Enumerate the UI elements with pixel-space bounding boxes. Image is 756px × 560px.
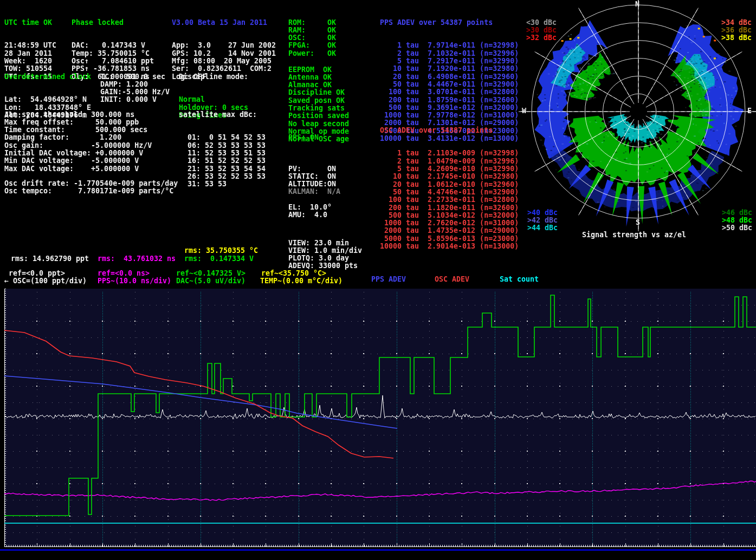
pps-adev-row: 100 tau 3.0701e-011 (n=32800) [380,88,519,96]
gps-status-line: Discipline OK [288,89,349,96]
view-line: VIEW: 23.0 min [288,239,362,247]
dbc-legend-entry: >50 dBc [722,224,752,232]
osc-adev-row: 5 tau 4.2609e-010 (n=32990) [380,165,519,173]
compass-west: W [522,107,526,115]
osc-adev-row: 1000 tau 2.7620e-012 (n=31000) [380,219,519,227]
dbc-legend-top-left: <30 dBc>30 dBc>32 dBc [526,3,557,57]
filter-line: STATIC: ON [288,173,340,180]
osc-adev-row: 100 tau 2.2733e-011 (n=32800) [380,196,519,204]
dbc-legend-entry: >42 dBc [527,217,558,224]
dbc-legend-top-right: >34 dBc>36 dBc>38 dBc [721,3,752,57]
mask-line: AMU: 4.0 [288,211,332,219]
param-line: Max freq offset: 50.000 ppb [4,119,152,126]
rms-temp: rms: 35.750355 °C [184,247,258,255]
utc-line: 21:48:59 UTC [4,42,56,49]
filter-line: PV: ON [288,165,340,173]
rms-osc: rms: 14.962790 ppt [11,255,89,263]
gps-status-line: EEPROM OK [288,66,349,74]
sat-max-dbc-block: satellite max dBc: 01: 0 51 54 52 53 06:… [179,95,266,204]
selftest-line: ROM: OK [288,19,336,27]
version-line: App: 3.0 27 Jun 2002 [172,42,276,49]
dbc-legend-entry: <30 dBc [526,19,557,27]
gps-status-line: No leap second [288,120,349,128]
pps-adev-row: 5 tau 7.2917e-011 (n=32990) [380,57,519,65]
sat-max-row: 26: 53 52 52 53 53 [179,173,266,180]
sat-max-row: 01: 0 51 54 52 53 [179,134,266,141]
dbc-legend-entry: >36 dBc [721,27,752,34]
dbc-legend-entry: >32 dBc [526,34,557,42]
loop-line: DAMP: 1.200 [100,81,170,88]
param-line: Time constant: 500.000 secs [4,126,152,134]
param-line: Damping factor: 1.200 [4,134,152,141]
osc-char-line: Osc tempco: 7.780171e-009 parts/°C [4,187,178,195]
view-line: PLOTQ: 3.0 day [288,255,362,262]
pps-adev-row: 2 tau 7.1032e-011 (n=32996) [380,50,519,57]
rms-dac: rms: 0.147334 V [184,255,254,263]
sat-max-row: 31: 53 53 [179,180,266,188]
osc-adev-row: 500 tau 5.1034e-012 (n=32000) [380,212,519,219]
osc-adev-row: 10 tau 2.1745e-010 (n=32980) [380,173,519,180]
sat-max-title: satellite max dBc: [179,111,266,119]
dbc-legend-entry: >30 dBc [526,27,557,34]
sat-count-legend: Sat count [500,276,539,283]
osc-char-line: Osc drift rate: -1.770540e-009 parts/day [4,180,178,187]
scale-temp: TEMP~(0.00 m°C/div) [260,277,343,285]
rms-pps: rms: 43.761032 ns [98,255,176,263]
dbc-legend-entry: >40 dBc [527,209,558,217]
scale-dac: DAC~(5.0 uV/div) [176,277,245,285]
gps-status-block: EEPROM OKAntenna OKAlmanac OKDiscipline … [288,50,349,159]
sat-max-row: 21: 53 52 53 54 54 [179,165,266,173]
mask-line: EL: 10.0° [288,204,332,211]
pps-adev-row: 20 tau 6.4908e-011 (n=32960) [380,73,519,81]
param-line: Initial DAC voltage: +0.000000 V [4,149,152,157]
sat-max-row: 06: 52 53 53 53 53 [179,142,266,149]
pps-adev-row: 200 tau 1.8759e-011 (n=32600) [380,96,519,104]
dbc-legend-entry: >48 dBc [722,217,752,224]
pps-adev-row: 1 tau 7.9714e-011 (n=32998) [380,42,519,49]
osc-adev-row: 10000 tau 2.9014e-013 (n=13000) [380,243,519,250]
utc-line: 28 Jan 2011 [4,50,56,57]
osc-adev-row: 50 tau 4.4746e-011 (n=32900) [380,188,519,196]
pps-adev-row: 50 tau 4.4467e-011 (n=32900) [380,81,519,88]
dbc-legend-entry: >46 dBc [722,209,752,217]
version-line: GPS: 10.2 14 Nov 2001 [172,50,276,57]
osc-adev-row: 200 tau 1.1820e-011 (n=32600) [380,204,519,212]
version-title: V3.00 Beta 15 Jan 2011 [172,19,276,27]
gps-status-line: Saved posn OK [288,97,349,105]
phase-line: Temp: 35.750015 °C [72,50,154,57]
phase-line: DAC: 0.147343 V [72,42,154,49]
scale-osc: ← OSC=(100 ppt/div) [4,277,87,285]
dbc-legend-entry: >34 dBc [721,19,752,27]
osc-characteristics-block: Osc drift rate: -1.770540e-009 parts/day… [4,164,178,211]
pps-adev-title: PPS ADEV over 54387 points [380,19,519,27]
pps-state: PPS: ON [288,134,319,141]
dbc-legend-entry: >44 dBc [527,224,558,232]
dbc-legend-entry: >38 dBc [721,34,752,42]
compass-north: N [635,1,639,8]
clock-mode: Overdetermined clock [4,73,91,81]
pps-adev-row: 500 tau 9.3691e-012 (n=32000) [380,104,519,112]
phase-status: Phase locked [72,19,154,27]
selftest-line: FPGA: OK [288,42,336,49]
view-line: VIEW: 1.0 min/div [288,247,362,255]
osc-adev-row: 5000 tau 5.8596e-013 (n=23000) [380,235,519,243]
compass-south: S [636,219,640,226]
selftest-line: RAM: OK [288,27,336,34]
sat-max-row: 11: 52 53 53 51 53 [179,149,266,157]
filter-line: ALTITUDE:ON [288,180,340,188]
utc-status: UTC time OK [4,19,56,27]
gps-status-line: Almanac OK [288,81,349,89]
param-line: Jam sync threshold: 300.000 ns [4,111,152,119]
selftest-line: OSC: OK [288,34,336,42]
osc-adev-title: OSC ADEV over 54387 points [380,127,519,134]
param-line: Osc gain: -5.000000 Hz/V [4,142,152,149]
pps-adev-legend: PPS ADEV [371,276,406,283]
gps-status-line: Antenna OK [288,74,349,81]
polar-caption: Signal strength vs az/el [582,231,686,239]
dbc-legend-bottom-right: >46 dBc>48 dBc>50 dBc [722,193,752,248]
dbc-legend-bottom-left: >40 dBc>42 dBc>44 dBc [527,193,558,248]
scale-pps: PPS~(10.0 ns/div) [98,277,171,285]
osc-adev-row: 1 tau 2.1103e-009 (n=32998) [380,149,519,157]
loop-line: TC: 500.0 sec [100,73,170,81]
osc-adev-legend: OSC ADEV [435,276,469,283]
